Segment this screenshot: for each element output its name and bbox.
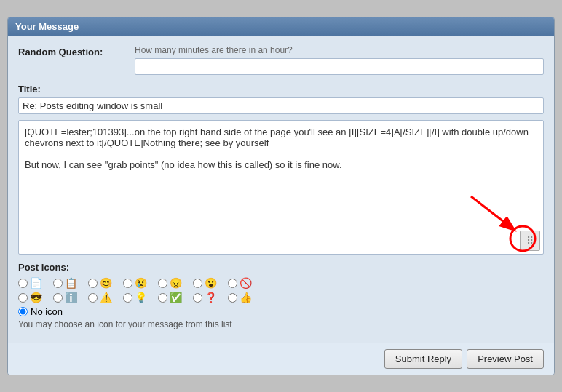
icon-radio-13[interactable] xyxy=(193,293,202,303)
title-row: Title: xyxy=(18,82,544,114)
post-icons-section: Post Icons: 📄 📋 😊 xyxy=(18,262,544,329)
post-icons-label: Post Icons: xyxy=(18,262,544,273)
bottom-bar: Submit Reply Preview Post xyxy=(8,343,554,375)
no-icon-radio[interactable] xyxy=(18,307,28,316)
icon-2: 📋 xyxy=(65,277,76,289)
icon-radio-6[interactable] xyxy=(193,279,202,288)
icon-radio-8[interactable] xyxy=(18,293,28,303)
no-icon-row: No icon xyxy=(18,306,544,317)
icon-radio-11[interactable] xyxy=(123,293,132,303)
random-question-field: How many minutes are there in an hour? xyxy=(135,45,544,75)
icon-option-8[interactable]: 😎 xyxy=(18,292,41,303)
icon-option-7[interactable]: 🚫 xyxy=(228,277,251,289)
icon-10: ⚠️ xyxy=(100,292,111,303)
icon-radio-5[interactable] xyxy=(158,279,167,288)
random-question-hint: How many minutes are there in an hour? xyxy=(135,45,544,55)
panel-header: Your Message xyxy=(8,17,554,36)
icon-3: 😊 xyxy=(100,277,111,289)
icons-grid: 📄 📋 😊 😢 xyxy=(18,277,544,305)
panel-body: Random Question: How many minutes are th… xyxy=(8,36,554,343)
resize-handle[interactable]: ⠿ xyxy=(520,231,540,251)
random-question-input[interactable] xyxy=(135,58,544,75)
icon-option-4[interactable]: 😢 xyxy=(123,277,146,289)
message-panel: Your Message Random Question: How many m… xyxy=(7,17,555,375)
icon-option-12[interactable]: ✅ xyxy=(158,292,181,303)
icon-9: ℹ️ xyxy=(65,292,76,303)
icon-option-13[interactable]: ❓ xyxy=(193,292,216,303)
submit-reply-button[interactable]: Submit Reply xyxy=(384,349,462,369)
icon-radio-10[interactable] xyxy=(88,293,98,303)
icon-12: ✅ xyxy=(170,292,181,303)
icon-radio-9[interactable] xyxy=(53,293,63,303)
preview-post-button[interactable]: Preview Post xyxy=(467,349,544,369)
icon-5: 😠 xyxy=(170,277,181,289)
icon-option-1[interactable]: 📄 xyxy=(18,277,41,289)
icon-14: 👍 xyxy=(240,292,251,303)
icon-6: 😮 xyxy=(205,277,216,289)
icon-7: 🚫 xyxy=(240,277,251,289)
icon-11: 💡 xyxy=(135,292,146,303)
icon-row-2: 😎 ℹ️ ⚠️ 💡 xyxy=(18,292,544,303)
icon-1: 📄 xyxy=(30,277,41,289)
no-icon-label: No icon xyxy=(31,306,63,317)
icon-option-9[interactable]: ℹ️ xyxy=(53,292,76,303)
icon-8: 😎 xyxy=(30,292,41,303)
icon-option-6[interactable]: 😮 xyxy=(193,277,216,289)
title-label: Title: xyxy=(18,82,135,95)
icon-option-2[interactable]: 📋 xyxy=(53,277,76,289)
message-textarea[interactable]: [QUOTE=lester;101393]...on the top right… xyxy=(19,121,543,252)
message-area-wrapper: [QUOTE=lester;101393]...on the top right… xyxy=(18,120,544,255)
icon-hint: You may choose an icon for your message … xyxy=(18,319,544,329)
icon-radio-14[interactable] xyxy=(228,293,237,303)
icon-radio-7[interactable] xyxy=(228,279,237,288)
title-input[interactable] xyxy=(18,97,544,114)
panel-title: Your Message xyxy=(15,21,79,32)
icon-option-14[interactable]: 👍 xyxy=(228,292,251,303)
icon-4: 😢 xyxy=(135,277,146,289)
icon-radio-2[interactable] xyxy=(53,279,63,288)
icon-radio-3[interactable] xyxy=(88,279,98,288)
random-question-label: Random Question: xyxy=(18,45,135,57)
icon-option-10[interactable]: ⚠️ xyxy=(88,292,111,303)
icon-radio-1[interactable] xyxy=(18,279,28,288)
icon-radio-4[interactable] xyxy=(123,279,132,288)
icon-option-3[interactable]: 😊 xyxy=(88,277,111,289)
icon-option-11[interactable]: 💡 xyxy=(123,292,146,303)
icon-radio-12[interactable] xyxy=(158,293,167,303)
icon-13: ❓ xyxy=(205,292,216,303)
random-question-row: Random Question: How many minutes are th… xyxy=(18,45,544,75)
icon-row-1: 📄 📋 😊 😢 xyxy=(18,277,544,289)
icon-option-5[interactable]: 😠 xyxy=(158,277,181,289)
message-area-container: [QUOTE=lester;101393]...on the top right… xyxy=(18,120,544,255)
